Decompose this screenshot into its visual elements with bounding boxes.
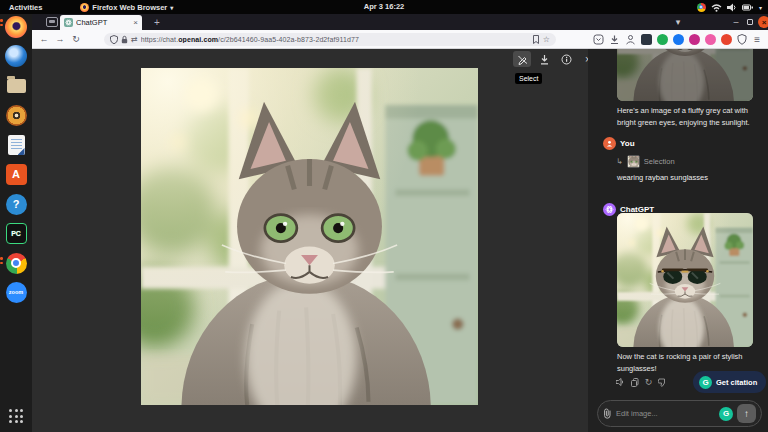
image-viewer: × Select [32, 49, 588, 432]
dock-item-thunderbird[interactable] [4, 44, 28, 68]
app-menu-caret-icon: ▾ [170, 4, 173, 11]
copy-icon[interactable] [630, 377, 639, 387]
chatgpt-page: × Select Here's an image of a fluffy gre… [32, 49, 768, 432]
attach-icon[interactable] [603, 408, 612, 419]
new-tab-button[interactable]: + [150, 14, 164, 30]
shield-icon[interactable] [110, 35, 118, 44]
blue-ext-icon[interactable] [673, 34, 684, 45]
minimize-button[interactable]: – [730, 14, 742, 30]
app-menu[interactable]: Firefox Web Browser ▾ [80, 3, 173, 12]
chrome-tray-icon [697, 3, 706, 12]
dock-item-rhythmbox[interactable] [4, 103, 28, 127]
get-citation-button[interactable]: G Get citation [693, 371, 766, 393]
grammarly-icon[interactable]: G [719, 407, 733, 421]
forward-button[interactable]: → [52, 34, 68, 44]
firefox-running-dots [0, 19, 3, 26]
tray-caret-icon: ▾ [759, 4, 762, 11]
info-button[interactable] [557, 51, 575, 67]
url-bar[interactable]: ⇄ https://chat.openai.com/c/2b641460-9aa… [104, 33, 556, 46]
pocket-ext-icon[interactable] [593, 34, 604, 45]
wifi-icon [711, 3, 722, 12]
user-message-header: You [603, 137, 635, 150]
dock-item-software[interactable]: A [4, 162, 28, 186]
libreoffice-writer-icon [8, 135, 25, 155]
reply-arrow-icon: ↳ [616, 157, 623, 166]
lock-icon[interactable] [121, 35, 128, 44]
regenerate-icon[interactable]: ↻ [644, 377, 653, 387]
user-prompt: wearing rayban sunglasses [617, 173, 708, 182]
firefox-view-button[interactable] [46, 17, 58, 27]
battery-icon [742, 3, 754, 12]
menu-icon[interactable]: ≡ [754, 34, 760, 45]
list-tabs-button[interactable]: ▾ [670, 14, 686, 30]
zoom-icon: zoom [6, 282, 27, 303]
citation-g-icon: G [699, 376, 712, 389]
screen: Activities Firefox Web Browser ▾ Apr 3 1… [0, 0, 768, 432]
dock-item-files[interactable] [4, 74, 28, 98]
dark-ext-icon[interactable] [641, 34, 652, 45]
pycharm-icon: PC [6, 223, 27, 244]
selection-thumbnail[interactable] [627, 155, 640, 168]
pink-ext-icon[interactable] [705, 34, 716, 45]
account-ext-icon[interactable] [625, 34, 636, 45]
star-icon[interactable]: ☆ [543, 35, 550, 44]
volume-icon [727, 3, 737, 12]
cat-image-thumb-partial[interactable] [617, 49, 753, 101]
dock-item-pycharm[interactable]: PC [4, 221, 28, 245]
url-text: https://chat.openai.com/c/2b641460-9aa5-… [141, 36, 529, 43]
chrome-icon [6, 253, 27, 274]
message-actions: ↻ [616, 377, 667, 387]
cat-sunglasses-image[interactable] [617, 213, 753, 347]
app-menu-label: Firefox Web Browser [92, 3, 167, 12]
dock-item-zoom[interactable]: zoom [4, 280, 28, 304]
dock-item-firefox[interactable] [4, 15, 28, 39]
magenta-ext-icon[interactable] [689, 34, 700, 45]
tab-close-icon[interactable]: × [133, 18, 138, 27]
chatgpt-favicon [64, 18, 73, 27]
user-name: You [620, 139, 635, 148]
downloads-ext-icon[interactable] [609, 34, 620, 45]
thumbs-down-icon[interactable] [658, 377, 667, 387]
citation-label: Get citation [716, 378, 757, 387]
select-tool-button[interactable] [513, 51, 531, 67]
read-aloud-icon[interactable] [616, 377, 625, 387]
bookmark-icon[interactable] [532, 35, 540, 44]
back-button[interactable]: ← [36, 34, 52, 44]
tab-title: ChatGPT [76, 18, 130, 27]
send-button[interactable]: ↑ [737, 404, 756, 423]
assistant-caption: Here's an image of a fluffy grey cat wit… [617, 105, 765, 129]
translate-icon[interactable]: ⇄ [131, 35, 138, 44]
rhythmbox-icon [6, 105, 27, 126]
firefox-icon [5, 16, 27, 38]
composer: G ↑ [597, 400, 762, 427]
tab-chatgpt[interactable]: ChatGPT × [60, 15, 142, 30]
show-applications-button[interactable] [4, 404, 28, 428]
close-window-button[interactable]: × [758, 16, 768, 28]
navigation-toolbar: ← → ↻ ⇄ https://chat.openai.com/c/2b6414… [32, 30, 768, 49]
firefox-mini-icon [80, 3, 89, 12]
selection-row: ↳ Selection [616, 155, 675, 168]
reload-button[interactable]: ↻ [68, 34, 84, 44]
dock-item-chrome[interactable] [4, 251, 28, 275]
dock-item-writer[interactable] [4, 133, 28, 157]
user-avatar [603, 137, 616, 150]
cat-image-full[interactable] [141, 68, 478, 405]
files-icon [7, 79, 26, 93]
clock[interactable]: Apr 3 16:22 [364, 0, 404, 14]
ubuntu-software-icon: A [6, 164, 27, 185]
maximize-button[interactable] [744, 14, 756, 30]
dock-item-help[interactable]: ? [4, 192, 28, 216]
recorder-ext-icon[interactable] [721, 34, 732, 45]
system-tray[interactable]: ▾ [697, 0, 762, 14]
select-tooltip: Select [515, 73, 542, 84]
app-grid-icon [9, 409, 23, 423]
download-button[interactable] [535, 51, 553, 67]
edit-image-input[interactable] [616, 409, 715, 418]
shield-ext-icon[interactable] [737, 34, 747, 45]
green-ext-icon[interactable] [657, 34, 668, 45]
chrome-running-dots [0, 257, 3, 264]
gnome-top-bar: Activities Firefox Web Browser ▾ Apr 3 1… [0, 0, 768, 14]
extensions-row: ≡ [593, 33, 760, 46]
activities-button[interactable]: Activities [9, 3, 42, 12]
help-icon: ? [6, 194, 27, 215]
